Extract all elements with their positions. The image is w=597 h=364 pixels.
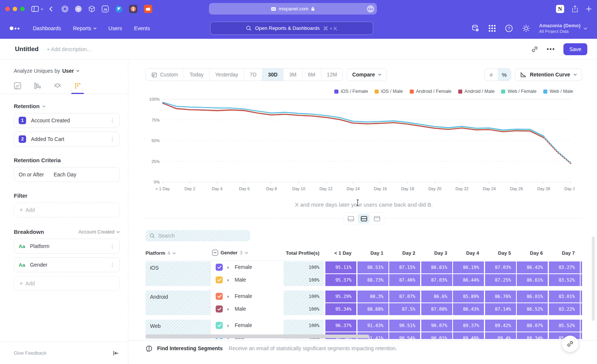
criteria-mode[interactable]: On or After xyxy=(19,172,44,178)
compare-button[interactable]: Compare xyxy=(347,68,387,81)
minimize-window-button[interactable] xyxy=(13,7,17,11)
retention-cell[interactable]: 89.4% xyxy=(485,332,516,339)
retention-cell[interactable]: 83.01% xyxy=(549,291,580,302)
retention-cell[interactable]: 90.51% xyxy=(389,320,420,332)
project-switcher[interactable]: Amazonia {Demo} All Project Data xyxy=(539,23,587,34)
breakdown-options-icon[interactable]: ⋮ xyxy=(110,264,115,266)
retention-cell[interactable]: 83.27% xyxy=(549,261,580,273)
package-icon[interactable] xyxy=(88,5,96,13)
retention-cell[interactable]: 87.25% xyxy=(485,274,516,286)
retention-cell[interactable]: 87.14% xyxy=(485,303,516,315)
retention-cell[interactable]: 96.37% xyxy=(325,320,356,332)
retention-step-1[interactable]: 1 Account Created ⋮ xyxy=(14,113,120,128)
retention-cell[interactable]: 87.15% xyxy=(389,261,420,273)
retention-cell[interactable]: 95.29% xyxy=(325,291,356,302)
save-button[interactable]: Save xyxy=(563,43,587,55)
retention-cell[interactable]: 87.08% xyxy=(421,303,452,315)
retention-cell[interactable]: 88.88% xyxy=(357,303,388,315)
retention-cell[interactable]: 83.22% xyxy=(549,303,580,315)
retention-section-header[interactable]: Retention xyxy=(14,103,120,109)
range-12m[interactable]: 12M xyxy=(321,69,343,81)
layout-chart-focus-button[interactable] xyxy=(345,214,357,223)
retention-cell[interactable]: 87.5% xyxy=(389,303,420,315)
retention-cell[interactable]: 88.3% xyxy=(357,291,388,302)
retention-cell[interactable]: 95.34% xyxy=(325,303,356,315)
retention-cell[interactable]: 89.42% xyxy=(485,320,516,332)
data-management-icon[interactable] xyxy=(471,24,479,32)
avatar-icon[interactable]: m xyxy=(75,5,82,13)
table-search-input[interactable]: Search xyxy=(146,230,250,241)
interesting-segments-title[interactable]: Find Interesting Segments xyxy=(157,345,223,351)
soundcloud-icon[interactable] xyxy=(144,4,153,13)
tab-retention[interactable] xyxy=(74,82,81,90)
breakdown-platform[interactable]: Aa Platform ⋮ xyxy=(14,239,120,254)
retention-cell[interactable]: 88.34% xyxy=(517,332,548,339)
retention-cell[interactable]: 90.54% xyxy=(389,332,420,339)
expand-row-icon[interactable]: › xyxy=(227,294,229,299)
retention-cell[interactable]: 86.19% xyxy=(453,261,484,273)
retention-cell[interactable]: 86.81% xyxy=(421,261,452,273)
zoom-window-button[interactable] xyxy=(20,7,25,11)
mixpanel-logo-icon[interactable] xyxy=(10,26,19,30)
retention-cell[interactable]: 89.48% xyxy=(453,332,484,339)
retention-cell[interactable]: 91.43% xyxy=(357,320,388,332)
range-3m[interactable]: 3M xyxy=(283,69,302,81)
retention-cell[interactable]: 86.42% xyxy=(517,261,548,273)
breakdown-options-icon[interactable]: ⋮ xyxy=(110,245,115,248)
layout-table-focus-button[interactable] xyxy=(371,214,383,223)
range-yesterday[interactable]: Yesterday xyxy=(209,69,244,81)
row-checkbox[interactable] xyxy=(216,276,223,283)
column-platform[interactable]: Platform4 xyxy=(146,250,176,256)
give-feedback-link[interactable]: Give Feedback xyxy=(14,350,46,356)
retention-cell[interactable]: 86.76% xyxy=(485,291,516,302)
row-checkbox[interactable] xyxy=(216,293,223,300)
share-icon[interactable] xyxy=(572,5,578,13)
address-more-button[interactable]: ••• xyxy=(367,5,374,13)
global-search[interactable]: Open Reports & Dashboards ⌘ + K xyxy=(210,22,373,35)
indeterminate-checkbox[interactable] xyxy=(212,250,218,256)
breakdown-gender[interactable]: Aa Gender ⋮ xyxy=(14,257,120,272)
app-icon[interactable] xyxy=(129,4,138,13)
unit-percent-button[interactable]: % xyxy=(498,69,511,81)
retention-cell[interactable]: 88.51% xyxy=(357,261,388,273)
tab-insights[interactable] xyxy=(14,82,21,90)
retention-cell[interactable]: 87.07% xyxy=(389,291,420,302)
retention-cell[interactable]: 95.11% xyxy=(325,261,356,273)
legend-item[interactable]: Web / Female xyxy=(501,89,537,94)
nav-dashboards[interactable]: Dashboards xyxy=(33,25,61,31)
report-description-placeholder[interactable]: + Add description... xyxy=(47,46,91,52)
chart-type-selector[interactable]: Retention Curve xyxy=(515,68,582,81)
platform-cell[interactable]: iOS xyxy=(146,261,211,286)
tab-flows[interactable] xyxy=(53,82,62,90)
expand-row-icon[interactable]: › xyxy=(227,264,229,270)
apps-grid-icon[interactable] xyxy=(488,25,496,32)
expand-row-icon[interactable]: › xyxy=(227,306,229,312)
collapse-sidebar-icon[interactable] xyxy=(113,351,119,356)
notion-icon[interactable]: N xyxy=(556,5,564,13)
nav-events[interactable]: Events xyxy=(134,25,150,31)
share-link-floating-button[interactable] xyxy=(562,336,578,352)
step-options-icon[interactable]: ⋮ xyxy=(110,119,115,122)
range-custom[interactable]: Custom xyxy=(146,69,184,81)
nav-users[interactable]: Users xyxy=(109,25,122,31)
expand-row-icon[interactable]: › xyxy=(227,323,229,328)
add-breakdown-button[interactable]: +Add xyxy=(14,276,120,291)
retention-criteria-control[interactable]: On or After Each Day xyxy=(14,167,120,182)
expand-row-icon[interactable]: › xyxy=(227,277,229,283)
vertical-scrollbar[interactable] xyxy=(592,236,595,321)
tab-funnels[interactable] xyxy=(34,82,41,90)
breakdown-event-selector[interactable]: Account Created xyxy=(78,229,120,235)
platform-cell[interactable]: Android xyxy=(146,291,211,315)
legend-item[interactable]: iOS / Male xyxy=(375,89,403,94)
range-6m[interactable]: 6M xyxy=(302,69,321,81)
retention-cell[interactable]: 87.46% xyxy=(389,274,420,286)
retention-cell[interactable]: 90.07% xyxy=(421,320,452,332)
legend-item[interactable]: iOS / Female xyxy=(334,89,368,94)
retention-cell[interactable]: 90.01% xyxy=(421,332,452,339)
retention-step-2[interactable]: 2 Added To Cart ⋮ xyxy=(14,132,120,147)
settings-gear-icon[interactable] xyxy=(522,24,530,32)
copy-link-icon[interactable] xyxy=(531,46,538,53)
retention-cell[interactable]: 86.52% xyxy=(517,303,548,315)
retention-cell[interactable]: 87.03% xyxy=(421,274,452,286)
address-bar[interactable]: mixpanel.com ••• xyxy=(209,3,377,15)
